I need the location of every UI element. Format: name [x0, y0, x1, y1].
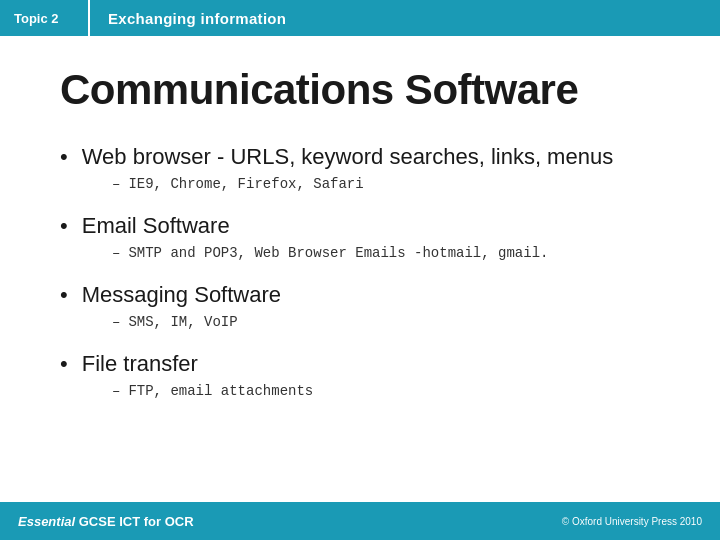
sub-item-file-transfer: FTP, email attachments: [112, 381, 660, 402]
bullet-header-messaging-software: •Messaging Software: [60, 282, 660, 308]
bullet-label-email-software: Email Software: [82, 213, 230, 239]
bullet-label-file-transfer: File transfer: [82, 351, 198, 377]
sub-item-messaging-software: SMS, IM, VoIP: [112, 312, 660, 333]
sub-item-email-software: SMTP and POP3, Web Browser Emails -hotma…: [112, 243, 660, 264]
topic-label: Topic 2: [14, 11, 59, 26]
bullet-header-email-software: •Email Software: [60, 213, 660, 239]
bullet-header-file-transfer: •File transfer: [60, 351, 660, 377]
header-bar: Topic 2 Exchanging information: [0, 0, 720, 36]
bullet-item-file-transfer: •File transferFTP, email attachments: [60, 351, 660, 402]
bullet-dot-web-browser: •: [60, 146, 68, 168]
bullet-label-web-browser: Web browser - URLS, keyword searches, li…: [82, 144, 613, 170]
sub-list-messaging-software: SMS, IM, VoIP: [60, 312, 660, 333]
footer-right: © Oxford University Press 2010: [562, 516, 702, 527]
sub-list-web-browser: IE9, Chrome, Firefox, Safari: [60, 174, 660, 195]
bullet-list: •Web browser - URLS, keyword searches, l…: [60, 144, 660, 402]
sub-item-web-browser: IE9, Chrome, Firefox, Safari: [112, 174, 660, 195]
bullet-item-web-browser: •Web browser - URLS, keyword searches, l…: [60, 144, 660, 195]
bullet-header-web-browser: •Web browser - URLS, keyword searches, l…: [60, 144, 660, 170]
bullet-dot-messaging-software: •: [60, 284, 68, 306]
footer-normal: GCSE ICT for OCR: [75, 514, 193, 529]
footer-italic: Essential: [18, 514, 75, 529]
page-title: Communications Software: [60, 66, 660, 114]
main-content: Communications Software •Web browser - U…: [0, 36, 720, 440]
bullet-item-email-software: •Email SoftwareSMTP and POP3, Web Browse…: [60, 213, 660, 264]
sub-list-email-software: SMTP and POP3, Web Browser Emails -hotma…: [60, 243, 660, 264]
footer-left: Essential GCSE ICT for OCR: [18, 514, 194, 529]
topic-badge: Topic 2: [0, 0, 90, 36]
bullet-dot-email-software: •: [60, 215, 68, 237]
bullet-label-messaging-software: Messaging Software: [82, 282, 281, 308]
sub-list-file-transfer: FTP, email attachments: [60, 381, 660, 402]
footer: Essential GCSE ICT for OCR © Oxford Univ…: [0, 502, 720, 540]
header-title: Exchanging information: [90, 10, 304, 27]
bullet-item-messaging-software: •Messaging SoftwareSMS, IM, VoIP: [60, 282, 660, 333]
bullet-dot-file-transfer: •: [60, 353, 68, 375]
